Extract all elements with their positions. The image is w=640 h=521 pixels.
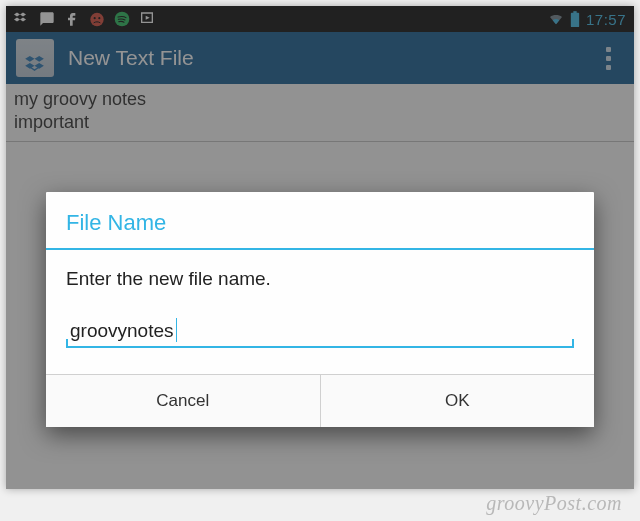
filename-input[interactable]: [66, 318, 574, 344]
filename-input-wrap: [66, 318, 574, 348]
dialog-title: File Name: [46, 192, 594, 250]
watermark: groovyPost.com: [486, 492, 622, 515]
dialog-body: Enter the new file name.: [46, 250, 594, 374]
dialog-message: Enter the new file name.: [66, 268, 574, 290]
dialog-button-bar: Cancel OK: [46, 374, 594, 427]
device-frame: 17:57 New Text File my groovy notes impo…: [6, 6, 634, 489]
text-cursor: [176, 318, 177, 342]
cancel-button[interactable]: Cancel: [46, 375, 320, 427]
ok-button[interactable]: OK: [320, 375, 595, 427]
file-name-dialog: File Name Enter the new file name. Cance…: [46, 192, 594, 427]
